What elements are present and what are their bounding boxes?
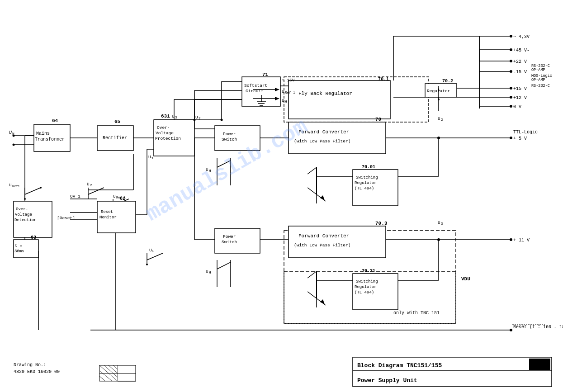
u3-out-label: U <box>438 220 440 225</box>
num-7001: 70.01 <box>362 165 375 170</box>
u2-rm-sub: 2 <box>90 184 92 187</box>
uh1-sub: H <box>209 169 211 173</box>
svg-point-97 <box>146 264 148 265</box>
uh-sub: H <box>285 100 287 104</box>
num-631: 631 <box>161 113 170 119</box>
u2-out-sub: 2 <box>441 118 443 122</box>
rectifier-label: Rectifier <box>103 136 127 141</box>
svg-point-32 <box>510 70 512 73</box>
output-p11v: + 11 V <box>513 238 530 243</box>
timer-label2: 30ms <box>14 249 24 254</box>
ov-detect-label3: Detection <box>14 218 37 222</box>
power-switch1-label2: Switch <box>222 137 237 142</box>
tnc151-label: only with TNC 151 <box>393 311 440 316</box>
uref1-conn: U <box>282 89 284 94</box>
u3-sub: 3 <box>175 116 177 119</box>
svg-point-89 <box>24 198 26 200</box>
un-sub: N <box>12 132 14 136</box>
svg-rect-120 <box>529 359 550 370</box>
drawing-no-val: 4820 EKD 16020 00 <box>14 369 60 374</box>
svg-point-90 <box>40 187 42 189</box>
uref1-sub: Ref 1 <box>285 91 295 94</box>
num-63: 63 <box>31 235 36 240</box>
u1-sub: 1 <box>151 156 154 160</box>
output-p22v: +22 V <box>513 59 527 64</box>
output-p45v: +45 V- <box>513 48 530 53</box>
output-p15v: +15 V <box>513 86 527 91</box>
reset-mon-label2: Monitor <box>99 215 117 220</box>
p15v-conn: + 15V <box>282 78 295 83</box>
power-switch1-label1: Power <box>223 132 236 137</box>
uref1-res-label: U <box>113 194 115 199</box>
sw-reg2-label1: Switching <box>356 279 378 284</box>
u2-rm-label: U <box>87 182 90 187</box>
svg-point-44 <box>510 329 512 331</box>
svg-point-40 <box>510 137 512 139</box>
u2-label: U <box>195 115 198 120</box>
forward-conv2-label: Forward Converter <box>298 233 349 239</box>
uh3-label: U <box>149 248 152 253</box>
output-0v: 0 V <box>513 104 521 109</box>
schematic-diagram: Mains Transformer 64 Rectifier 65 Over- … <box>0 0 563 392</box>
ovp-label2: Voltage <box>156 131 174 136</box>
sw-reg2-label2: Regulator <box>355 285 377 289</box>
ov-detect-label2: Voltage <box>15 213 32 217</box>
svg-point-36 <box>510 96 512 99</box>
u1-label: U <box>148 155 151 160</box>
u2-out-label: U <box>438 116 440 121</box>
reset-label: [Reset] <box>57 216 75 221</box>
svg-point-153 <box>194 119 196 121</box>
reset-mon-label1: Reset <box>101 210 113 214</box>
svg-rect-106 <box>289 80 390 119</box>
uh3-sub: H <box>152 250 155 253</box>
num-64: 64 <box>52 118 58 123</box>
num-70: 70 <box>375 117 381 122</box>
u3-label: U <box>172 114 175 119</box>
num-703: 70.3 <box>375 221 388 226</box>
svg-rect-112 <box>289 226 386 258</box>
num-7031: 70.31 <box>362 269 375 274</box>
output-p5v: + 5 V <box>513 136 527 141</box>
svg-rect-0 <box>0 0 563 392</box>
rs232c-2: RS-232-C <box>531 84 550 88</box>
svg-rect-115 <box>14 240 38 258</box>
ovp-label3: Protection <box>155 136 181 141</box>
opamp-1: OP-AMP <box>531 68 545 72</box>
svg-point-141 <box>438 99 440 100</box>
ov-detect-label1: Over- <box>16 207 28 212</box>
output-m15v: -15 V <box>513 70 527 75</box>
title-line1: Block Diagram TNC151/155 <box>357 362 442 369</box>
vdu-label: VDU <box>461 276 470 282</box>
opamp-2: OP-AMP <box>531 78 545 82</box>
ov1-label: OV 1 <box>70 194 80 199</box>
drawing-no-label: Drawing No.: <box>14 363 46 368</box>
num-701: 70.1 <box>378 77 389 82</box>
num-65: 65 <box>114 119 121 124</box>
timer-label1: t = <box>15 244 22 248</box>
uref1-sw-label: U <box>9 183 11 188</box>
svg-point-26 <box>510 35 512 38</box>
output-p12v: +12 V <box>513 95 527 100</box>
forward-conv1-label: Forward Converter <box>298 129 349 135</box>
un-label: U <box>9 130 12 135</box>
svg-rect-109 <box>289 122 386 154</box>
softstart-label1: Softstart <box>244 83 267 88</box>
title-line2: Power Supply Unit <box>357 377 417 384</box>
mains-transformer-label: Mains <box>36 131 50 136</box>
svg-point-38 <box>510 105 512 108</box>
sw-reg1-label2: Regulator <box>355 181 377 185</box>
uref1-res-sub: Ref 1 <box>116 196 126 199</box>
svg-point-140 <box>438 90 440 91</box>
ovp-label1: Over- <box>157 125 170 130</box>
ttl-logic: TTL-Logic <box>513 130 538 135</box>
num-702: 70.2 <box>442 79 453 84</box>
svg-point-4 <box>13 144 15 146</box>
sw-reg2-label3: (TL 494) <box>355 290 374 295</box>
svg-point-34 <box>510 87 512 90</box>
u3-out-sub: 3 <box>441 222 443 226</box>
uh-conn: U <box>282 98 284 103</box>
forward-conv1-sub: (with Low Pass Filter) <box>294 139 350 144</box>
mains-transformer-label2: Transformer <box>35 137 65 142</box>
uh1-label: U <box>206 167 208 172</box>
num-71: 71 <box>262 72 269 77</box>
